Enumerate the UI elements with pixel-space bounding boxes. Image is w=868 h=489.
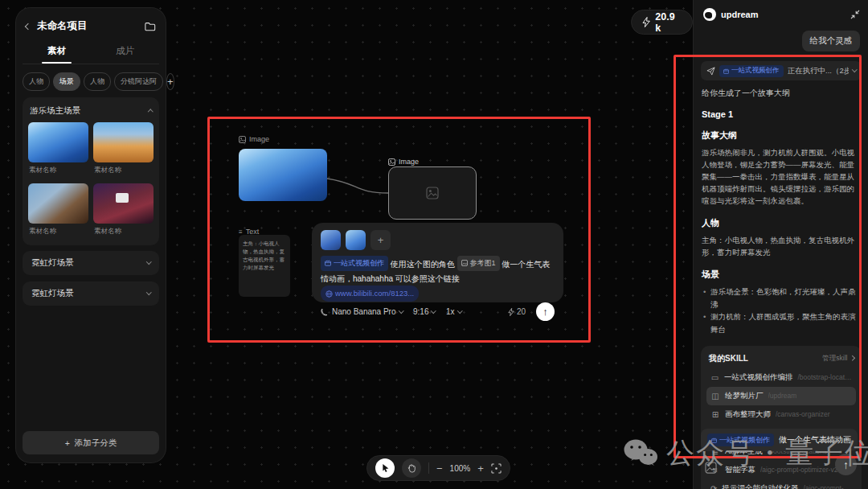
- image-node-2-placeholder[interactable]: [388, 166, 477, 220]
- globe-icon: [326, 290, 333, 298]
- tab-assets[interactable]: 素材: [23, 39, 91, 64]
- outline-paragraph: 游乐场热闹非凡，测力机前人群围观。小电视人物登场，铆足全力蓄势——屏幕发光、能量…: [702, 146, 861, 207]
- prompt-text-3: 可以参照这个链接: [395, 274, 460, 283]
- assistant-intro: 给你生成了一个故事大纲: [702, 88, 861, 99]
- manage-skill-link[interactable]: 管理skill: [822, 354, 854, 364]
- zoom-level[interactable]: 100%: [450, 464, 471, 473]
- assistant-panel: updream 给我个灵感 一站式视频创作 正在执行中...（2步） 给你生成了…: [693, 0, 868, 489]
- skill-item[interactable]: ≡智能字幕/aigc-prompt-optimizer-v2: [706, 461, 856, 479]
- lightning-icon: [508, 308, 514, 316]
- image-node-1-header: Image: [239, 135, 269, 143]
- text-node-content: 主角：小电视人物，热血执拗，复古电视机外形，蓄力时屏幕发光: [243, 240, 286, 272]
- ratio-selector[interactable]: 9:16: [413, 307, 436, 316]
- ratio-value: 9:16: [413, 307, 428, 316]
- asset-item[interactable]: 素材名称: [28, 122, 88, 179]
- prompt-skill-tag[interactable]: 一站式视频创作: [321, 256, 388, 271]
- task-status-bar[interactable]: 一站式视频创作 正在执行中...（2步）: [701, 61, 862, 80]
- chevron-down-icon: [852, 67, 857, 72]
- model-icon: [321, 308, 329, 316]
- scenes-heading: 场景: [702, 269, 861, 281]
- queued-skill-tag: 一站式视频创作: [707, 434, 774, 446]
- collapse-panel-icon[interactable]: [850, 10, 860, 19]
- pan-tool-button[interactable]: [402, 458, 421, 478]
- asset-name: 素材名称: [29, 227, 88, 236]
- prompt-thumb-girl[interactable]: [346, 230, 366, 250]
- chevron-down-icon: [457, 308, 462, 313]
- stage-heading: Stage 1: [702, 109, 861, 119]
- chip-storyboard[interactable]: 分镜阿达阿: [114, 72, 163, 91]
- chip-scene[interactable]: 场景: [53, 72, 80, 91]
- generation-cost: 20: [508, 307, 526, 316]
- asset-tabs: 素材 成片: [23, 39, 159, 64]
- scene-group-header[interactable]: 游乐场主场景: [28, 103, 154, 122]
- asset-name: 素材名称: [94, 227, 154, 236]
- folder-icon[interactable]: [145, 22, 156, 31]
- reference-image-tag[interactable]: 参考图1: [457, 256, 500, 271]
- asset-thumbnail-underwater-girl[interactable]: [28, 122, 88, 162]
- cursor-icon: [381, 463, 390, 473]
- add-subcategory-button[interactable]: + 添加子分类: [23, 431, 159, 454]
- tab-finished[interactable]: 成片: [91, 39, 159, 64]
- asset-item[interactable]: 素材名称: [93, 122, 154, 179]
- category-chips: 人物 场景 人物 分镜阿达阿 +: [23, 72, 159, 91]
- image-icon: [388, 158, 395, 166]
- lightning-icon: [642, 17, 650, 27]
- asset-thumbnail-tv-robot[interactable]: [93, 183, 154, 224]
- zoom-out-button[interactable]: −: [436, 462, 443, 475]
- assistant-response: 一站式视频创作 正在执行中...（2步） 给你生成了一个故事大纲 Stage 1…: [701, 61, 862, 489]
- skill-card-title: 我的SKILL: [709, 353, 748, 364]
- add-category-button[interactable]: +: [166, 73, 174, 90]
- model-selector[interactable]: Nano Banana Pro: [321, 307, 403, 316]
- skill-item[interactable]: ▭一站式视频创作编排/bootstrap-locations: [706, 368, 856, 387]
- back-button[interactable]: [25, 23, 31, 29]
- asset-thumbnail-portrait[interactable]: [28, 183, 88, 224]
- scene-group-neon-1[interactable]: 霓虹灯场景: [23, 251, 159, 275]
- skill-item[interactable]: ⟳提示词全能自动优化器/aigc-prompt-optimiz...: [706, 479, 856, 489]
- credits-badge[interactable]: 20.9 k: [631, 10, 693, 35]
- characters-heading: 人物: [702, 217, 861, 229]
- chevron-right-icon: [850, 356, 854, 361]
- scene-group-neon-2[interactable]: 霓虹灯场景: [23, 281, 159, 306]
- prompt-text[interactable]: 一站式视频创作 使用这个图的角色 参考图1 做一个生气表情动画，hahahahh…: [321, 256, 555, 302]
- project-sidebar: 未命名项目 素材 成片 人物 场景 人物 分镜阿达阿 + 游乐场主场景 素材名称…: [16, 8, 166, 462]
- skill-icon: ◫: [710, 392, 720, 401]
- chevron-down-icon: [146, 259, 151, 264]
- status-text: 正在执行中...（2步）: [788, 66, 849, 76]
- chip-character-2[interactable]: 人物: [84, 72, 111, 91]
- text-node[interactable]: 主角：小电视人物，热血执拗，复古电视机外形，蓄力时屏幕发光: [239, 235, 290, 297]
- select-tool-button[interactable]: [375, 458, 395, 478]
- skill-icon: ▭: [710, 373, 719, 382]
- prompt-text-1: 使用这个图的角色: [391, 260, 455, 269]
- asset-item[interactable]: 素材名称: [28, 183, 88, 240]
- canvas-toolbar: − 100% +: [366, 455, 510, 481]
- send-button[interactable]: ↑: [536, 302, 555, 321]
- assistant-send-button[interactable]: ↑: [835, 454, 857, 475]
- add-reference-button[interactable]: +: [371, 230, 391, 250]
- prompt-box[interactable]: + 一站式视频创作 使用这个图的角色 参考图1 做一个生气表情动画，hahaha…: [312, 223, 563, 302]
- chevron-down-icon: [399, 308, 403, 313]
- chip-character-1[interactable]: 人物: [23, 72, 50, 91]
- asset-thumbnail-fox-rabbit[interactable]: [93, 122, 154, 162]
- image-node-1-preview[interactable]: [239, 149, 327, 201]
- asset-item[interactable]: 素材名称: [93, 183, 154, 240]
- attach-image-icon[interactable]: [705, 462, 717, 474]
- clapperboard-icon: [325, 260, 331, 266]
- skill-item[interactable]: ⊞画布整理大师/canvas-organizer: [706, 405, 856, 424]
- outline-heading: 故事大纲: [702, 129, 861, 142]
- fit-view-icon[interactable]: [491, 463, 502, 474]
- zoom-in-button[interactable]: +: [477, 462, 484, 475]
- clapperboard-icon: [711, 438, 717, 443]
- skill-item-highlighted[interactable]: ◫绘梦制片厂/updream: [706, 387, 856, 405]
- chevron-down-icon: [146, 290, 151, 294]
- scene-group-playground: 游乐场主场景 素材名称 素材名称 素材名称 素材名称: [23, 97, 159, 245]
- scenes-list: 游乐场全景：色彩饱和，灯光璀璨，人声鼎沸 测力机前：人群围成弧形，聚焦主角的表演…: [703, 286, 861, 336]
- count-value: 1x: [446, 307, 455, 316]
- prompt-link[interactable]: www.bilibili.com/8123...: [321, 286, 419, 302]
- image-node-2-header: Image: [388, 158, 419, 166]
- queued-task-text: 做一个生气表情动画: [779, 434, 851, 446]
- prompt-thumb-robot[interactable]: [321, 230, 341, 250]
- image-placeholder-icon: [426, 187, 439, 199]
- credits-value: 20.9 k: [655, 11, 682, 34]
- count-selector[interactable]: 1x: [446, 307, 461, 316]
- queued-task-bubble: 一站式视频创作 做一个生气表情动画: [701, 429, 858, 451]
